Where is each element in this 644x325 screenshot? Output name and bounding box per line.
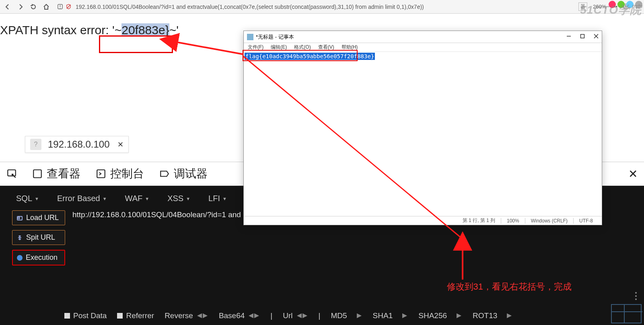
caret-down-icon: ▼	[186, 196, 190, 201]
menu-label: Error Based	[57, 194, 100, 203]
encoder-md5[interactable]: MD5	[331, 311, 362, 320]
status-zoom: 100%	[501, 218, 525, 224]
encoder-sha1[interactable]: SHA1	[373, 311, 408, 320]
tab-close-button[interactable]: ×	[117, 139, 123, 150]
nav-back-button[interactable]	[3, 2, 12, 11]
devtools-close-button[interactable]: ✕	[628, 167, 638, 181]
devtools-console-tab[interactable]: 控制台	[96, 166, 144, 181]
enc-label: ROT13	[473, 311, 497, 320]
error-suffix: ~'	[169, 23, 179, 37]
encoder-base64[interactable]: Base64	[219, 311, 260, 320]
tab-suggestion[interactable]: ? 192.168.0.100 ×	[25, 136, 129, 153]
status-eol: Windows (CRLF)	[525, 218, 573, 224]
error-highlight: 20f883e}	[121, 23, 169, 37]
hackbar-menu-xss[interactable]: XSS▼	[167, 194, 190, 203]
svg-point-11	[18, 217, 20, 219]
postdata-label: Post Data	[73, 311, 107, 320]
menu-label: LFI	[208, 194, 220, 203]
error-prefix: XPATH syntax error: '~	[0, 23, 121, 37]
separator: |	[270, 311, 272, 320]
svg-rect-8	[33, 170, 41, 178]
status-encoding: UTF-8	[573, 218, 599, 224]
enc-label: SHA256	[418, 311, 447, 320]
browser-toolbar: 192.168.0.100/01SQL/04Boolean/?id=1 and …	[0, 0, 644, 14]
encoder-sha256[interactable]: SHA256	[418, 311, 462, 320]
tab-host-label: 192.168.0.100	[48, 139, 109, 150]
caret-down-icon: ▼	[103, 196, 107, 201]
site-security-icon[interactable]	[57, 4, 72, 10]
referrer-checkbox[interactable]: Referrer	[117, 311, 154, 320]
notepad-title-text: *无标题 - 记事本	[256, 33, 294, 41]
inspector-label: 查看器	[47, 166, 80, 181]
execution-label: Execution	[26, 253, 58, 262]
load-url-label: Load URL	[26, 214, 59, 222]
corner-decoration	[611, 304, 642, 323]
devtools-debugger-tab[interactable]: 调试器	[159, 166, 208, 181]
menu-label: XSS	[167, 194, 183, 203]
page-generic-icon: ?	[30, 139, 41, 150]
annotation-red-box-2	[243, 50, 358, 61]
enc-label: SHA1	[373, 311, 393, 320]
load-url-button[interactable]: Load URL	[12, 210, 65, 225]
address-bar[interactable]: 192.168.0.100/01SQL/04Boolean/?id=1 and …	[76, 4, 424, 10]
debugger-label: 调试器	[174, 166, 208, 181]
execution-button[interactable]: Execution	[12, 250, 65, 265]
notepad-app-icon	[247, 34, 253, 40]
notepad-titlebar[interactable]: *无标题 - 记事本	[244, 31, 602, 43]
encoder-url[interactable]: Url	[283, 311, 308, 320]
devtools-pick-icon[interactable]	[6, 169, 17, 179]
reader-badge: 器	[578, 2, 587, 11]
caret-down-icon: ▼	[35, 196, 39, 201]
avatar-bubbles	[609, 1, 642, 8]
xpath-error-line: XPATH syntax error: '~20f883e}~'	[0, 23, 179, 37]
menu-label: WAF	[125, 194, 143, 203]
nav-reload-button[interactable]	[29, 2, 38, 11]
spit-url-label: Spit URL	[26, 233, 55, 242]
encoder-rot13[interactable]: ROT13	[473, 311, 512, 320]
hackbar-footer: Post Data Referrer Reverse Base64 | Url …	[64, 311, 512, 320]
encoder-reverse[interactable]: Reverse	[165, 311, 208, 320]
hackbar-menu-errorbased[interactable]: Error Based▼	[57, 194, 107, 203]
hackbar-menu-lfi[interactable]: LFI▼	[208, 194, 227, 203]
spit-url-button[interactable]: Spit URL	[12, 230, 65, 245]
console-label: 控制台	[110, 166, 144, 181]
notepad-window[interactable]: *无标题 - 记事本 文件(F) 编辑(E) 格式(O) 查看(V) 帮助(H)…	[243, 31, 602, 225]
svg-rect-13	[581, 35, 584, 38]
status-cursor-pos: 第 1 行, 第 1 列	[457, 217, 501, 224]
notepad-statusbar: 第 1 行, 第 1 列 100% Windows (CRLF) UTF-8	[244, 216, 602, 225]
menu-label: SQL	[16, 194, 32, 203]
devtools-inspector-tab[interactable]: 查看器	[32, 166, 80, 181]
enc-label: Url	[283, 311, 292, 320]
zoom-level[interactable]: 260%	[593, 4, 606, 10]
play-icon	[17, 255, 23, 261]
separator: |	[319, 311, 321, 320]
enc-label: MD5	[331, 311, 347, 320]
resize-handle-icon[interactable]	[635, 292, 637, 300]
referrer-label: Referrer	[126, 311, 154, 320]
notepad-textarea[interactable]: flag{e10adc3949ba59abbe56e057f20f883e}	[244, 52, 602, 216]
annotation-red-box-1	[99, 35, 173, 53]
nav-forward-button[interactable]	[16, 2, 25, 11]
window-maximize-button[interactable]	[580, 34, 585, 40]
hackbar-menu-waf[interactable]: WAF▼	[125, 194, 150, 203]
enc-label: Reverse	[165, 311, 193, 320]
window-minimize-button[interactable]	[566, 34, 571, 40]
nav-home-button[interactable]	[42, 2, 51, 11]
svg-point-2	[60, 8, 61, 9]
caret-down-icon: ▼	[222, 196, 227, 201]
hackbar-menu-sql[interactable]: SQL▼	[16, 194, 39, 203]
enc-label: Base64	[219, 311, 245, 320]
window-close-button[interactable]	[594, 34, 599, 40]
caret-down-icon: ▼	[145, 196, 149, 201]
postdata-checkbox[interactable]: Post Data	[64, 311, 107, 320]
annotation-note: 修改到31，看见右花括号，完成	[447, 281, 572, 293]
